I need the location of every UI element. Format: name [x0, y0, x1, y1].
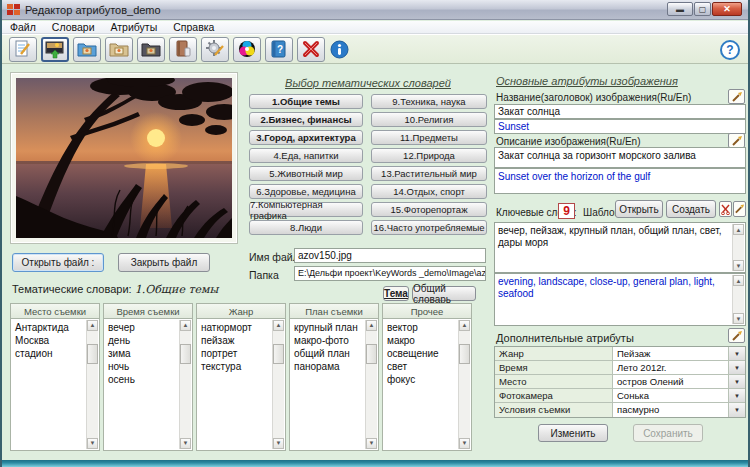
list-item[interactable]: Антарктида — [15, 321, 85, 334]
blue-folder-button[interactable] — [73, 37, 101, 62]
list-item[interactable]: панорама — [294, 360, 364, 373]
scrollbar[interactable]: ▲▼ — [179, 320, 191, 449]
dropdown-arrow-icon[interactable]: ▼ — [728, 375, 745, 388]
scroll-up-icon[interactable]: ▲ — [733, 224, 744, 235]
list-item[interactable]: текстура — [201, 360, 271, 373]
menu-file[interactable]: Файл — [2, 21, 44, 33]
scroll-up-icon[interactable]: ▲ — [180, 320, 191, 331]
scroll-thumb[interactable] — [87, 344, 98, 364]
scrollbar[interactable]: ▲▼ — [458, 320, 470, 449]
scroll-thumb[interactable] — [180, 344, 191, 364]
scroll-thumb[interactable] — [459, 344, 470, 364]
clear-additional-button[interactable] — [728, 328, 745, 343]
minimize-button[interactable]: ▬ — [667, 2, 693, 16]
dropdown-arrow-icon[interactable]: ▼ — [728, 347, 745, 360]
image-description-ru-field[interactable]: Закат солнца за горизонт морского залива — [494, 147, 746, 168]
list-item[interactable]: фокус — [387, 373, 457, 386]
list-item[interactable]: стадион — [15, 347, 85, 360]
list-item[interactable]: свет — [387, 360, 457, 373]
list-item[interactable]: освещение — [387, 347, 457, 360]
scroll-down-icon[interactable]: ▼ — [366, 438, 377, 449]
info-button[interactable] — [329, 39, 349, 59]
list-item[interactable]: макро-фото — [294, 334, 364, 347]
list-item[interactable]: портрет — [201, 347, 271, 360]
open-file-button[interactable]: Открыть файл : — [12, 253, 104, 272]
dict-button-6[interactable]: 6.Здоровье, медицина — [249, 184, 363, 199]
list-item[interactable]: общий план — [294, 347, 364, 360]
attr-conditions-value[interactable]: пасмурно — [613, 403, 728, 417]
attr-place-value[interactable]: остров Олений — [613, 375, 728, 388]
list-place-body[interactable]: Антарктида Москва стадион ▲▼ — [10, 319, 100, 451]
dict-button-12[interactable]: 12.Природа — [371, 148, 487, 163]
dict-button-9[interactable]: 9.Техника, наука — [371, 94, 487, 109]
image-description-en-field[interactable]: Sunset over the horizon of the gulf — [494, 168, 746, 194]
help-book-button[interactable]: ? — [265, 37, 293, 62]
edit-notes-button[interactable] — [9, 37, 37, 62]
common-dictionary-button[interactable]: Общий словарь — [412, 286, 476, 301]
image-title-en-field[interactable]: Sunset — [494, 119, 746, 134]
title-bar[interactable]: Редактор атрибутов_demo ▬ ▢ ✕ — [2, 0, 748, 20]
list-item[interactable]: день — [108, 334, 178, 347]
scroll-down-icon[interactable]: ▼ — [87, 438, 98, 449]
scroll-down-icon[interactable]: ▼ — [273, 438, 284, 449]
dict-button-4[interactable]: 4.Еда, напитки — [249, 148, 363, 163]
tema-button[interactable]: Тема — [383, 286, 409, 301]
dict-button-14[interactable]: 14.Отдых, спорт — [371, 184, 487, 199]
clear-title-button[interactable] — [728, 89, 745, 104]
list-plan-body[interactable]: крупный план макро-фото общий план панор… — [289, 319, 379, 451]
dict-button-13[interactable]: 13.Растительный мир — [371, 166, 487, 181]
dict-button-5[interactable]: 5.Животный мир — [249, 166, 363, 181]
clear-description-button[interactable] — [728, 133, 745, 148]
scroll-thumb[interactable] — [273, 344, 284, 364]
list-item[interactable]: пейзаж — [201, 334, 271, 347]
list-item[interactable]: вечер — [108, 321, 178, 334]
dict-button-7[interactable]: 7.Компьютерная графика — [249, 202, 363, 217]
scroll-down-icon[interactable]: ▼ — [733, 260, 744, 271]
image-title-ru-field[interactable]: Закат солнца — [494, 104, 746, 119]
list-item[interactable]: вектор — [387, 321, 457, 334]
list-item[interactable]: макро — [387, 334, 457, 347]
maximize-button[interactable]: ▢ — [694, 2, 711, 16]
scrollbar[interactable]: ▲▼ — [732, 275, 744, 324]
list-item[interactable]: зима — [108, 347, 178, 360]
scroll-up-icon[interactable]: ▲ — [366, 320, 377, 331]
list-item[interactable]: крупный план — [294, 321, 364, 334]
scroll-up-icon[interactable]: ▲ — [273, 320, 284, 331]
close-button[interactable]: ✕ — [712, 2, 742, 16]
exit-button[interactable] — [297, 37, 325, 62]
scrollbar[interactable]: ▲▼ — [86, 320, 98, 449]
dictionary-book-button[interactable] — [169, 37, 197, 62]
dict-button-11[interactable]: 11.Предметы — [371, 130, 487, 145]
dict-button-2[interactable]: 2.Бизнес, финансы — [249, 112, 363, 127]
attr-time-value[interactable]: Лето 2012г. — [613, 361, 728, 374]
scroll-up-icon[interactable]: ▲ — [459, 320, 470, 331]
scrollbar[interactable]: ▲▼ — [732, 224, 744, 271]
save-button[interactable]: Сохранить — [633, 424, 703, 442]
template-create-button[interactable]: Создать — [666, 200, 716, 218]
keywords-en-field[interactable]: evening, landscape, close-up, general pl… — [494, 273, 746, 326]
dark-folder-button[interactable] — [137, 37, 165, 62]
clear-keywords-button[interactable] — [733, 201, 746, 217]
scroll-down-icon[interactable]: ▼ — [459, 438, 470, 449]
scroll-thumb[interactable] — [366, 344, 377, 364]
tan-folder-button[interactable] — [105, 37, 133, 62]
close-file-button[interactable]: Закрыть файл — [118, 253, 210, 272]
scroll-down-icon[interactable]: ▼ — [733, 313, 744, 324]
attr-camera-value[interactable]: Сонька — [613, 389, 728, 402]
open-image-button[interactable] — [41, 37, 69, 62]
list-item[interactable]: натюрморт — [201, 321, 271, 334]
list-item[interactable]: Москва — [15, 334, 85, 347]
settings-button[interactable] — [201, 37, 229, 62]
file-name-field[interactable]: azov150.jpg — [294, 248, 486, 263]
keywords-ru-field[interactable]: вечер, пейзаж, крупный план, общий план,… — [494, 222, 746, 273]
list-item[interactable]: осень — [108, 373, 178, 386]
dict-button-8[interactable]: 8.Люди — [249, 220, 363, 235]
scrollbar[interactable]: ▲▼ — [365, 320, 377, 449]
dict-button-3[interactable]: 3.Город, архитектура — [249, 130, 363, 145]
template-open-button[interactable]: Открыть — [615, 200, 663, 218]
list-genre-body[interactable]: натюрморт пейзаж портрет текстура ▲▼ — [196, 319, 286, 451]
dropdown-arrow-icon[interactable]: ▼ — [728, 389, 745, 402]
cut-keywords-button[interactable] — [719, 201, 732, 217]
dict-button-16[interactable]: 16.Часто употребляемые — [371, 220, 487, 235]
list-other-body[interactable]: вектор макро освещение свет фокус ▲▼ — [382, 319, 472, 451]
